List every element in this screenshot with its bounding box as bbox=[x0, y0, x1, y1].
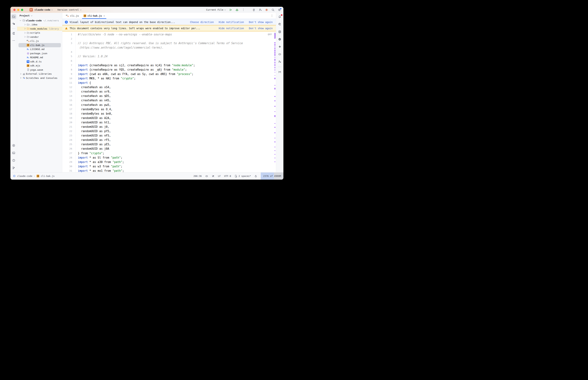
tab-cli-bak.js[interactable]: JS cli-bak.js × bbox=[81, 13, 107, 19]
line-number[interactable]: 30 bbox=[62, 164, 76, 169]
tab-options-kebab[interactable]: ⋮ bbox=[271, 14, 276, 17]
line-number[interactable]: 29 bbox=[62, 160, 76, 164]
line-number[interactable]: 13 bbox=[62, 89, 76, 94]
minimize-window-button[interactable] bbox=[17, 9, 19, 11]
search-icon[interactable] bbox=[271, 8, 275, 12]
line-separator-widget[interactable]: LF bbox=[218, 175, 221, 177]
tree-item-cli-bak.js[interactable]: JScli-bak.js bbox=[19, 43, 61, 47]
more-actions-kebab[interactable]: ⋮ bbox=[242, 8, 245, 12]
tab-cli.js[interactable]: 10JS cli.js bbox=[63, 13, 81, 19]
copilot-robot-icon[interactable] bbox=[277, 52, 282, 57]
line-number[interactable]: 6 bbox=[62, 59, 76, 63]
chevron-right-icon[interactable] bbox=[24, 36, 25, 38]
choose-direction-link[interactable]: Choose direction bbox=[190, 21, 214, 23]
line-number[interactable]: 23 bbox=[62, 133, 76, 138]
more-tool-windows-button[interactable] bbox=[11, 38, 16, 43]
dont-show-again-link[interactable]: Don't show again bbox=[249, 21, 273, 23]
line-number[interactable]: 12 bbox=[62, 85, 76, 89]
line-number[interactable]: 10 bbox=[62, 76, 76, 81]
services-tool-button[interactable] bbox=[11, 143, 16, 148]
tree-item-sdk.mjs[interactable]: JSsdk.mjs bbox=[17, 64, 62, 68]
tree-item-scripts[interactable]: scripts bbox=[17, 31, 62, 35]
vcs-menu[interactable]: Version control bbox=[57, 8, 81, 11]
line-number[interactable]: 18 bbox=[62, 112, 76, 116]
debug-button[interactable] bbox=[235, 8, 239, 12]
breadcrumb-project[interactable]: claude-code bbox=[17, 175, 32, 177]
database-icon[interactable] bbox=[277, 29, 282, 34]
problems-tool-button[interactable] bbox=[11, 158, 16, 163]
x-circle-plugin-icon[interactable] bbox=[277, 37, 282, 42]
dont-show-again-link[interactable]: Don't show again bbox=[249, 27, 273, 30]
line-number[interactable]: 16 bbox=[62, 103, 76, 107]
tree-item-LICENSE.md[interactable]: M↓LICENSE.md bbox=[17, 47, 62, 52]
readonly-lock-icon[interactable] bbox=[254, 175, 257, 178]
terminal-tool-button[interactable] bbox=[11, 150, 16, 155]
no-inspection-icon[interactable] bbox=[212, 175, 215, 178]
structure-tool-button[interactable] bbox=[11, 31, 16, 36]
line-number[interactable]: 28 bbox=[62, 155, 76, 160]
settings-gear-icon[interactable] bbox=[278, 8, 281, 12]
tree-item-claude-code[interactable]: claude-code~/.nvm/vers bbox=[17, 19, 62, 23]
m-plugin-icon[interactable] bbox=[277, 70, 282, 75]
zoom-window-button[interactable] bbox=[21, 9, 23, 11]
copilot-status-icon[interactable] bbox=[205, 175, 208, 178]
tree-item-.idea[interactable]: .idea bbox=[17, 23, 62, 27]
line-number[interactable]: 5 bbox=[62, 54, 76, 58]
tree-item-sdk.d.ts[interactable]: TSsdk.d.ts bbox=[17, 59, 62, 64]
line-number[interactable]: 2 bbox=[62, 37, 76, 41]
chevron-right-icon[interactable] bbox=[24, 32, 25, 34]
git-branch-tool-button[interactable] bbox=[11, 165, 16, 171]
line-number[interactable]: 26 bbox=[62, 147, 76, 151]
tree-item-cli.js[interactable]: 10JScli.js bbox=[17, 39, 62, 43]
line-number[interactable]: 20 bbox=[62, 120, 76, 125]
line-number[interactable]: 7 bbox=[62, 63, 76, 68]
plugin-pinwheel-icon[interactable] bbox=[277, 44, 282, 49]
line-number[interactable]: 8 bbox=[62, 68, 76, 72]
ai-assistant-icon[interactable] bbox=[277, 22, 282, 27]
code-with-me-icon[interactable] bbox=[277, 59, 282, 64]
chevron-right-icon[interactable] bbox=[24, 24, 25, 25]
chevron-right-icon[interactable] bbox=[24, 28, 25, 29]
line-number[interactable]: 15 bbox=[62, 98, 76, 103]
project-tool-button[interactable] bbox=[11, 14, 16, 19]
tree-item-vendor[interactable]: vendor bbox=[17, 35, 62, 39]
project-panel-header[interactable]: Project bbox=[17, 13, 62, 19]
pull-requests-tool-button[interactable]: ? bbox=[11, 21, 16, 26]
hide-notification-link[interactable]: Hide notification bbox=[219, 21, 244, 23]
indent-widget[interactable]: 2 spaces* bbox=[234, 175, 251, 178]
line-number[interactable] bbox=[62, 45, 76, 50]
run-button[interactable] bbox=[229, 8, 232, 12]
line-number[interactable]: 31 bbox=[62, 169, 76, 172]
line-number[interactable]: 4 bbox=[62, 50, 76, 54]
tree-item-node_modules[interactable]: node_moduleslibrary bbox=[17, 27, 62, 31]
ai-mention-icon[interactable]: @ bbox=[252, 8, 256, 12]
add-user-icon[interactable] bbox=[258, 8, 262, 12]
project-menu[interactable]: claude-code bbox=[35, 8, 53, 11]
breadcrumb-file[interactable]: cli-bak.js bbox=[41, 175, 54, 177]
line-number[interactable]: 1 bbox=[62, 32, 76, 37]
line-number[interactable]: 24 bbox=[62, 138, 76, 142]
file-encoding-widget[interactable]: UTF-8 bbox=[224, 175, 231, 177]
caret-position-widget[interactable]: 266:36 bbox=[194, 175, 202, 177]
line-number[interactable]: 11 bbox=[62, 81, 76, 85]
memory-indicator[interactable]: 2376 of 4900M bbox=[261, 172, 284, 180]
close-window-button[interactable] bbox=[13, 9, 16, 11]
close-tab-icon[interactable]: × bbox=[103, 14, 105, 17]
run-configuration-selector[interactable]: Current File bbox=[206, 8, 226, 11]
line-number[interactable]: 25 bbox=[62, 142, 76, 147]
hide-notification-link[interactable]: Hide notification bbox=[219, 27, 244, 30]
line-number[interactable]: 21 bbox=[62, 125, 76, 129]
line-number[interactable]: 9 bbox=[62, 72, 76, 76]
line-number[interactable]: 27 bbox=[62, 151, 76, 155]
tree-item-yoga.wasm[interactable]: yoga.wasm bbox=[17, 68, 62, 72]
line-number[interactable]: 17 bbox=[62, 107, 76, 112]
tree-item-External Libraries[interactable]: External Libraries bbox=[17, 72, 62, 76]
line-number[interactable]: 22 bbox=[62, 129, 76, 133]
line-number[interactable]: 14 bbox=[62, 94, 76, 98]
notifications-bell-icon[interactable] bbox=[277, 14, 282, 19]
line-number[interactable]: 19 bbox=[62, 116, 76, 120]
line-number[interactable]: 3 bbox=[62, 41, 76, 45]
tree-item-package.json[interactable]: {}package.json bbox=[17, 51, 62, 56]
code-editor[interactable]: 1#!/usr/bin/env -S node --no-warnings --… bbox=[62, 31, 276, 172]
tree-item-Scratches and Consoles[interactable]: Scratches and Consoles bbox=[17, 76, 62, 80]
